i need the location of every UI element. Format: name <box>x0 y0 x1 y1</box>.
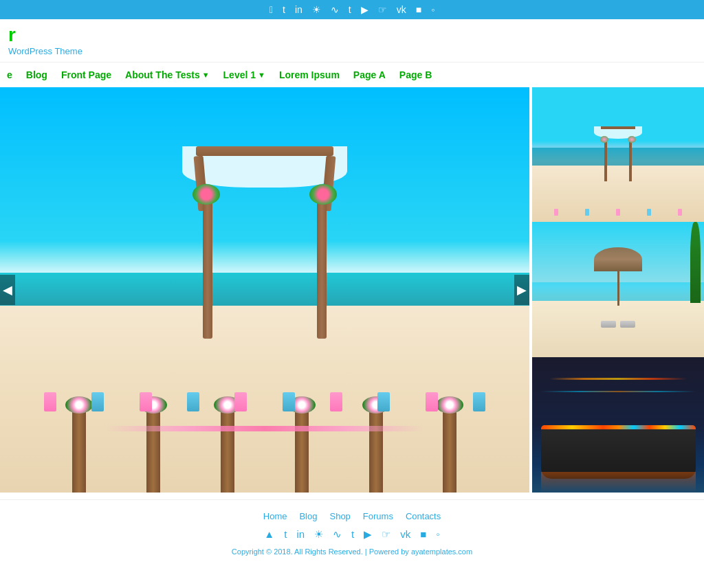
vk-icon[interactable]: vk <box>397 4 406 15</box>
site-header: r WordPress Theme <box>0 19 704 62</box>
footer-blog-link[interactable]: Blog <box>299 511 317 521</box>
top-social-icons:  t in ☀ ∿ t ▶ ☞ vk ■ ◦ <box>0 4 704 15</box>
rss-icon[interactable]: ∿ <box>331 4 339 15</box>
thumb-1-image <box>532 87 704 223</box>
footer-contacts-link[interactable]: Contacts <box>406 511 441 521</box>
chair-7 <box>330 392 342 411</box>
chair-4 <box>187 392 199 411</box>
main-nav: e Blog Front Page About The Tests ▼ Leve… <box>0 62 704 87</box>
pink-ribbon <box>106 426 424 431</box>
site-title: r <box>8 25 696 46</box>
chair-8 <box>377 392 390 411</box>
nav-label-pageb: Page B <box>399 69 432 80</box>
nav-link-pagea[interactable]: Page A <box>346 67 393 83</box>
nav-link-about[interactable]: About The Tests ▼ <box>118 67 217 83</box>
t1-chair-4 <box>647 209 651 216</box>
arch-left-post <box>203 201 212 339</box>
umbrella <box>594 247 642 306</box>
nav-item-pagea[interactable]: Page A <box>346 67 393 83</box>
footer-tumblr-icon[interactable]: t <box>351 528 354 541</box>
pillar-2 <box>146 410 160 493</box>
site-subtitle: WordPress Theme <box>8 46 696 56</box>
footer-instagram-icon[interactable]: ☀ <box>314 528 323 541</box>
arch-flower-left <box>192 184 220 205</box>
footer-linkedin-icon[interactable]: in <box>296 528 305 541</box>
thumbnail-1[interactable] <box>532 87 704 223</box>
nav-label-blog: Blog <box>26 69 47 80</box>
nav-label-pagea: Page A <box>353 69 386 80</box>
nav-link-level1[interactable]: Level 1 ▼ <box>217 67 272 83</box>
nav-item-about[interactable]: About The Tests ▼ <box>118 67 217 83</box>
nav-link-pageb[interactable]: Page B <box>393 67 439 83</box>
nav-item-level1[interactable]: Level 1 ▼ <box>217 67 272 83</box>
thumbnail-2[interactable] <box>532 222 704 357</box>
nav-item-frontpage[interactable]: Front Page <box>54 67 118 83</box>
thumb-2-image <box>532 222 704 357</box>
main-content: ◀ ▶ <box>0 87 704 499</box>
thumbnail-column <box>532 87 704 493</box>
nav-item-e[interactable]: e <box>0 67 19 83</box>
arch-right-post <box>317 201 327 339</box>
footer-youtube-icon[interactable]: ▶ <box>364 528 372 541</box>
footer-home-link[interactable]: Home <box>263 511 287 521</box>
boat-reflection <box>541 472 696 493</box>
nav-label-lorem: Lorem Ipsum <box>279 69 340 80</box>
slider-prev-button[interactable]: ◀ <box>0 275 15 305</box>
youtube-icon[interactable]: ▶ <box>361 4 368 15</box>
dock-lights-2 <box>541 391 696 392</box>
footer-houzz-icon[interactable]: ■ <box>420 528 426 541</box>
footer-vk-icon[interactable]: vk <box>400 528 410 541</box>
t1-arch <box>597 126 639 181</box>
tumblr-icon[interactable]: t <box>349 4 351 15</box>
level1-dropdown-arrow: ▼ <box>258 71 265 79</box>
facebook-icon[interactable]:  <box>270 4 273 15</box>
pinterest-icon[interactable]: ☞ <box>378 4 387 15</box>
nav-link-frontpage[interactable]: Front Page <box>54 67 118 83</box>
nav-item-pageb[interactable]: Page B <box>393 67 439 83</box>
nav-label-about: About The Tests <box>125 69 200 80</box>
chair-2 <box>91 392 104 411</box>
t1-chair-3 <box>616 209 620 216</box>
boat <box>541 425 696 479</box>
boat-lights <box>541 425 696 429</box>
footer-rss-icon[interactable]: ∿ <box>333 528 342 541</box>
footer-nav: Home Blog Shop Forums Contacts <box>0 511 704 521</box>
footer-forums-link[interactable]: Forums <box>363 511 393 521</box>
t1-flower-left <box>600 136 608 143</box>
nav-link-lorem[interactable]: Lorem Ipsum <box>272 67 346 83</box>
nav-label-level1: Level 1 <box>223 69 256 80</box>
thumb-3-image <box>532 357 704 493</box>
nav-item-blog[interactable]: Blog <box>19 67 54 83</box>
footer-shop-link[interactable]: Shop <box>329 511 350 521</box>
nav-list: e Blog Front Page About The Tests ▼ Leve… <box>0 67 704 83</box>
thumbnail-3[interactable] <box>532 357 704 493</box>
chair-3 <box>140 392 152 411</box>
linkedin-icon[interactable]: in <box>295 4 302 15</box>
nav-link-e[interactable]: e <box>0 67 19 83</box>
slider-next-button[interactable]: ▶ <box>514 275 529 305</box>
twitter-icon[interactable]: t <box>283 4 285 15</box>
footer: Home Blog Shop Forums Contacts ▲ t in ☀ … <box>0 499 704 561</box>
lounger-1 <box>601 321 616 328</box>
houzz-icon[interactable]: ■ <box>416 4 421 15</box>
footer-twitter-icon[interactable]: t <box>284 528 287 541</box>
vine-icon[interactable]: ◦ <box>431 4 434 15</box>
footer-facebook-icon[interactable]: ▲ <box>264 528 274 541</box>
chair-9 <box>426 392 438 411</box>
footer-vine-icon[interactable]: ◦ <box>436 528 439 541</box>
nav-link-blog[interactable]: Blog <box>19 67 54 83</box>
t1-post-right <box>629 140 632 181</box>
beach-loungers <box>584 321 652 328</box>
t1-chair-2 <box>585 209 589 216</box>
nav-item-lorem[interactable]: Lorem Ipsum <box>272 67 346 83</box>
nav-label-e: e <box>7 69 12 80</box>
instagram-icon[interactable]: ☀ <box>312 4 321 15</box>
lounger-2 <box>620 321 635 328</box>
pillar-1 <box>72 410 86 493</box>
footer-pinterest-icon[interactable]: ☞ <box>382 528 390 541</box>
t1-flower-right <box>628 136 636 143</box>
footer-social-icons: ▲ t in ☀ ∿ t ▶ ☞ vk ■ ◦ <box>0 528 704 541</box>
pillar-5 <box>369 410 383 493</box>
hero-slider[interactable]: ◀ ▶ <box>0 87 529 493</box>
chair-5 <box>234 392 247 411</box>
